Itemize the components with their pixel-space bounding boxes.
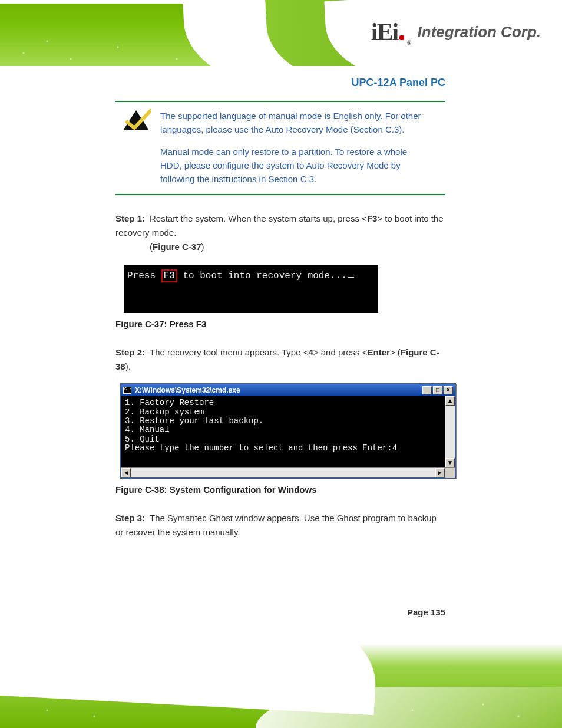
brand-registered-mark: ® [407,39,411,46]
step-number: Step 2: [115,345,150,360]
terminal-text: Press [127,271,161,281]
step-1: Step 1:Restart the system. When the syst… [115,212,445,254]
page-footer: Page 135 [115,607,445,617]
brand-logo-dot-icon [399,35,404,40]
footer-banner [0,640,562,728]
scroll-down-icon: ▼ [445,458,455,467]
cmd-output: 1. Factory Restore 2. Backup system 3. R… [121,396,445,467]
figure-reference: (Figure C-37) [150,240,445,254]
highlighted-key: F3 [161,269,177,282]
maximize-icon: □ [433,386,442,394]
scroll-up-icon: ▲ [445,396,455,406]
page-content: UPC-12A Panel PC The supported language … [115,77,445,539]
vertical-scrollbar: ▲ ▼ [445,396,455,467]
close-icon: × [444,386,453,394]
scroll-track [131,468,435,477]
scroll-right-icon: ► [435,468,445,477]
page-number: Page 135 [407,607,445,617]
scroll-track [445,406,455,457]
cmd-title-text: X:\Windows\System32\cmd.exe [135,386,419,394]
cmd-window-screenshot: X:\Windows\System32\cmd.exe _ □ × 1. Fac… [120,383,456,478]
divider [115,194,445,195]
brand-logo-text: iEi [371,18,398,46]
figure-caption: Figure C-38: System Configuration for Wi… [115,485,445,495]
terminal-screenshot: Press F3 to boot into recovery mode... [124,265,378,313]
key-name: 4 [308,347,313,357]
brand-company-name: Integration Corp. [418,23,541,41]
window-buttons: _ □ × [422,386,453,394]
cmd-system-icon [123,387,131,394]
brand-block: iEi® Integration Corp. [371,18,541,46]
header-banner: iEi® Integration Corp. [0,0,562,66]
step-text: The recovery tool menu appears. Type <4>… [115,347,439,371]
product-title: UPC-12A Panel PC [115,77,445,89]
check-icon [121,109,151,186]
cursor-icon [348,277,354,278]
info-callout: The supported language of manual mode is… [115,106,445,189]
key-name: Enter [368,347,390,357]
step-2: Step 2:The recovery tool menu appears. T… [115,345,445,374]
minimize-icon: _ [422,386,432,394]
cmd-body: 1. Factory Restore 2. Backup system 3. R… [121,396,455,467]
decorative-pcb-pattern [0,640,562,728]
info-text: The supported language of manual mode is… [160,109,428,186]
cmd-titlebar: X:\Windows\System32\cmd.exe _ □ × [121,384,455,396]
key-name: F3 [367,213,378,223]
step-3: Step 3:The Symantec Ghost window appears… [115,511,445,539]
step-number: Step 1: [115,212,150,226]
divider [115,101,445,102]
step-text: The Symantec Ghost window appears. Use t… [115,513,437,537]
step-text: Restart the system. When the system star… [115,213,444,238]
step-number: Step 3: [115,511,150,525]
info-paragraph: The supported language of manual mode is… [160,109,428,137]
scroll-left-icon: ◄ [121,468,131,477]
info-paragraph: Manual mode can only restore to a partit… [160,145,428,186]
brand-logo: iEi® [371,18,412,46]
scrollbar-corner [445,468,455,478]
figure-caption: Figure C-37: Press F3 [115,319,445,329]
horizontal-scrollbar: ◄ ► [121,467,455,477]
terminal-text: to boot into recovery mode... [177,271,347,281]
